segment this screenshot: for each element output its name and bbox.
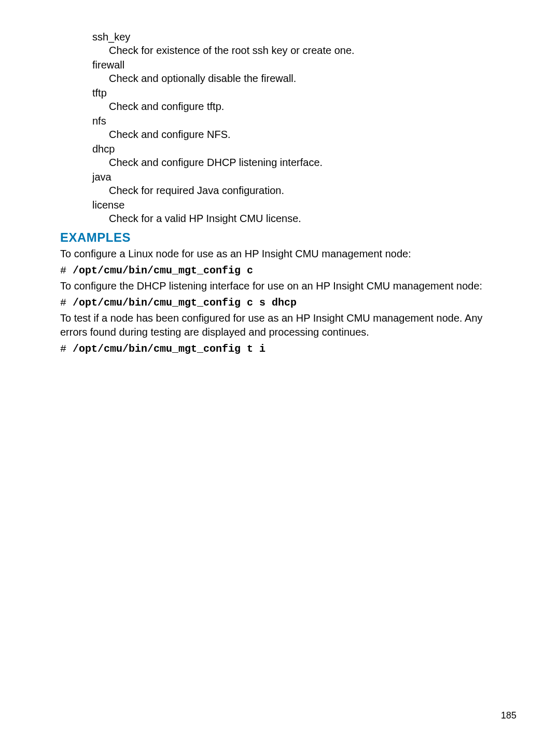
def-desc: Check and optionally disable the firewal… [109,72,500,85]
def-desc: Check for a valid HP Insight CMU license… [109,212,500,225]
prompt: # [60,297,73,309]
command-text: /opt/cmu/bin/cmu_mgt_config c s dhcp [73,297,297,309]
def-term: java [92,170,500,184]
def-desc: Check and configure NFS. [109,128,500,141]
example-intro: To configure the DHCP listening interfac… [60,279,500,293]
def-term: firewall [92,58,500,72]
def-term: license [92,198,500,212]
def-term: ssh_key [92,30,500,44]
page-content: ssh_key Check for existence of the root … [0,0,560,356]
def-desc: Check and configure tftp. [109,100,500,113]
prompt: # [60,265,73,277]
def-desc: Check for existence of the root ssh key … [109,44,500,57]
def-term: nfs [92,114,500,128]
example-command: # /opt/cmu/bin/cmu_mgt_config t i [60,341,500,356]
command-text: /opt/cmu/bin/cmu_mgt_config c [73,265,253,277]
example-command: # /opt/cmu/bin/cmu_mgt_config c [60,263,500,278]
example-command: # /opt/cmu/bin/cmu_mgt_config c s dhcp [60,295,500,310]
def-desc: Check and configure DHCP listening inter… [109,156,500,169]
example-intro: To configure a Linux node for use as an … [60,247,500,261]
prompt: # [60,343,73,355]
definition-list: ssh_key Check for existence of the root … [92,30,500,225]
examples-heading: EXAMPLES [60,230,500,245]
def-term: dhcp [92,142,500,156]
page-number: 185 [501,710,516,721]
def-term: tftp [92,86,500,100]
def-desc: Check for required Java configuration. [109,184,500,197]
command-text: /opt/cmu/bin/cmu_mgt_config t i [73,343,265,355]
example-intro: To test if a node has been configured fo… [60,311,500,339]
